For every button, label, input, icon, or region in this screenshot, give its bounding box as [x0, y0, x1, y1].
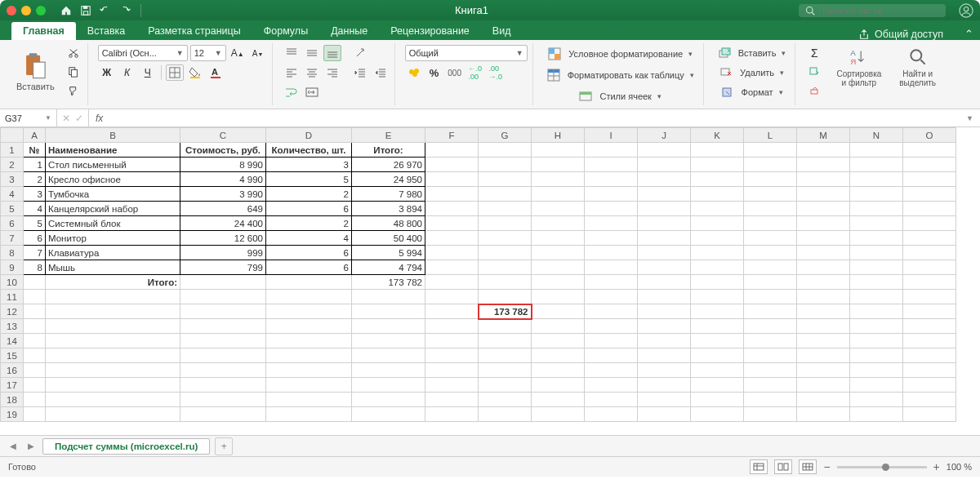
cell-C5[interactable]: 649 — [180, 202, 266, 216]
cell-L9[interactable] — [744, 260, 797, 275]
cell-D5[interactable]: 6 — [266, 202, 352, 216]
cell-L18[interactable] — [744, 393, 797, 407]
cell-H14[interactable] — [532, 334, 585, 348]
cell-O4[interactable] — [903, 187, 956, 202]
cell-F5[interactable] — [425, 202, 479, 216]
cell-N12[interactable] — [850, 304, 903, 319]
cell-N10[interactable] — [850, 275, 903, 290]
search-input[interactable] — [818, 6, 924, 16]
zoom-in-button[interactable]: + — [933, 460, 940, 473]
cell-O15[interactable] — [903, 348, 956, 363]
cell-N4[interactable] — [850, 187, 903, 202]
undo-icon[interactable] — [98, 3, 113, 18]
cell-L5[interactable] — [744, 202, 797, 216]
cell-D16[interactable] — [266, 363, 352, 378]
cell-H15[interactable] — [532, 348, 585, 363]
cell-M19[interactable] — [797, 407, 850, 422]
cell-I19[interactable] — [585, 407, 638, 422]
cell-L6[interactable] — [744, 216, 797, 231]
confirm-formula-icon[interactable]: ✓ — [75, 113, 83, 124]
next-sheet-button[interactable]: ▶ — [24, 442, 38, 450]
cell-C18[interactable] — [180, 393, 266, 407]
cell-H9[interactable] — [532, 260, 585, 275]
conditional-formatting-button[interactable]: Условное форматирование▾ — [543, 45, 698, 63]
cell-K12[interactable] — [691, 304, 744, 319]
cell-E4[interactable]: 7 980 — [352, 187, 425, 202]
cell-N18[interactable] — [850, 393, 903, 407]
cell-J5[interactable] — [638, 202, 691, 216]
cell-E18[interactable] — [352, 393, 425, 407]
cell-N16[interactable] — [850, 363, 903, 378]
cell-J19[interactable] — [638, 407, 691, 422]
cell-B3[interactable]: Кресло офисное — [46, 172, 180, 187]
cell-G8[interactable] — [479, 246, 532, 260]
align-bottom-button[interactable] — [323, 45, 341, 61]
tab-review[interactable]: Рецензирование — [379, 22, 481, 40]
cell-K14[interactable] — [691, 334, 744, 348]
cell-D7[interactable]: 4 — [266, 231, 352, 246]
cell-B6[interactable]: Системный блок — [46, 216, 180, 231]
font-size-select[interactable]: 12▼ — [190, 45, 226, 61]
cell-G6[interactable] — [479, 216, 532, 231]
cell-O5[interactable] — [903, 202, 956, 216]
cell-O9[interactable] — [903, 260, 956, 275]
cell-C14[interactable] — [180, 334, 266, 348]
cell-E15[interactable] — [352, 348, 425, 363]
cell-J8[interactable] — [638, 246, 691, 260]
cell-G9[interactable] — [479, 260, 532, 275]
cell-M15[interactable] — [797, 348, 850, 363]
cell-L1[interactable] — [744, 143, 797, 158]
cell-F13[interactable] — [425, 319, 479, 334]
cell-I6[interactable] — [585, 216, 638, 231]
cell-O1[interactable] — [903, 143, 956, 158]
cell-K18[interactable] — [691, 393, 744, 407]
align-center-button[interactable] — [303, 64, 321, 81]
cell-H1[interactable] — [532, 143, 585, 158]
tab-home[interactable]: Главная — [11, 22, 76, 40]
cell-J10[interactable] — [638, 275, 691, 290]
currency-button[interactable] — [405, 64, 423, 81]
maximize-window-button[interactable] — [36, 6, 46, 16]
cell-N5[interactable] — [850, 202, 903, 216]
cell-L13[interactable] — [744, 319, 797, 334]
merge-cells-button[interactable] — [303, 84, 321, 100]
cell-B9[interactable]: Мышь — [46, 260, 180, 275]
cell-H10[interactable] — [532, 275, 585, 290]
percent-button[interactable]: % — [425, 64, 443, 81]
tab-view[interactable]: Вид — [481, 22, 523, 40]
cell-F12[interactable] — [425, 304, 479, 319]
cell-E17[interactable] — [352, 378, 425, 393]
cell-A16[interactable] — [24, 363, 46, 378]
cell-L12[interactable] — [744, 304, 797, 319]
cell-I7[interactable] — [585, 231, 638, 246]
cell-D2[interactable]: 3 — [266, 158, 352, 172]
cell-H6[interactable] — [532, 216, 585, 231]
cell-A17[interactable] — [24, 378, 46, 393]
cell-N2[interactable] — [850, 158, 903, 172]
cell-O10[interactable] — [903, 275, 956, 290]
cell-A15[interactable] — [24, 348, 46, 363]
cell-E7[interactable]: 50 400 — [352, 231, 425, 246]
cell-M5[interactable] — [797, 202, 850, 216]
cell-H13[interactable] — [532, 319, 585, 334]
cell-styles-button[interactable]: Стили ячеек▾ — [543, 87, 698, 105]
cell-B14[interactable] — [46, 334, 180, 348]
cell-C4[interactable]: 3 990 — [180, 187, 266, 202]
cell-J15[interactable] — [638, 348, 691, 363]
cell-M4[interactable] — [797, 187, 850, 202]
cell-O17[interactable] — [903, 378, 956, 393]
cell-C10[interactable] — [180, 275, 266, 290]
cell-A11[interactable] — [24, 290, 46, 304]
cell-K13[interactable] — [691, 319, 744, 334]
prev-sheet-button[interactable]: ◀ — [7, 442, 20, 450]
bold-button[interactable]: Ж — [98, 64, 116, 81]
cell-G11[interactable] — [479, 290, 532, 304]
cell-K8[interactable] — [691, 246, 744, 260]
cell-E12[interactable] — [352, 304, 425, 319]
cell-J17[interactable] — [638, 378, 691, 393]
cell-I18[interactable] — [585, 393, 638, 407]
cell-L11[interactable] — [744, 290, 797, 304]
cell-M16[interactable] — [797, 363, 850, 378]
align-left-button[interactable] — [283, 64, 301, 81]
cell-L3[interactable] — [744, 172, 797, 187]
